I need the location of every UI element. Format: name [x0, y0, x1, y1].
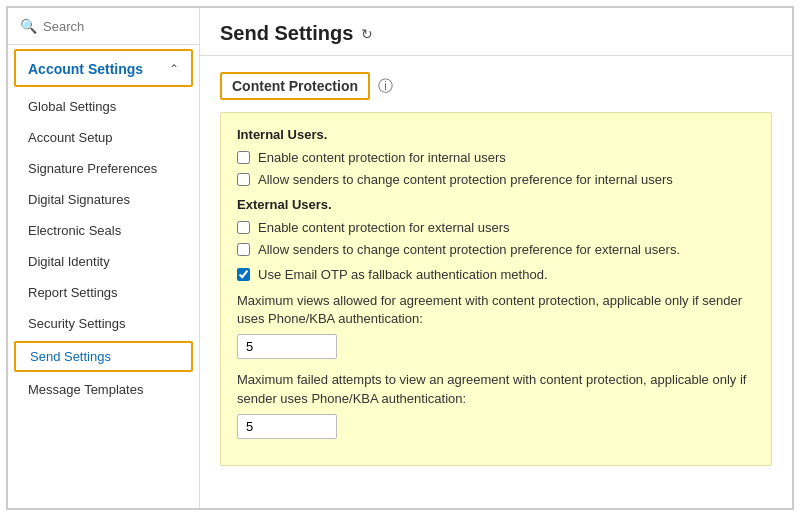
external-users-title: External Users. — [237, 197, 755, 212]
max-views-description: Maximum views allowed for agreement with… — [237, 292, 755, 328]
internal-checkbox-1-label: Enable content protection for internal u… — [258, 150, 506, 165]
sidebar-item-electronic-seals[interactable]: Electronic Seals — [8, 215, 199, 246]
sidebar-item-report-settings[interactable]: Report Settings — [8, 277, 199, 308]
chevron-up-icon: ⌃ — [169, 62, 179, 76]
sidebar-item-send-settings[interactable]: Send Settings — [14, 341, 193, 372]
external-checkbox-2-label: Allow senders to change content protecti… — [258, 242, 680, 257]
main-content: Send Settings ↻ Content Protection ⓘ Int… — [200, 8, 792, 508]
search-bar: 🔍 — [8, 8, 199, 45]
internal-checkbox-2-label: Allow senders to change content protecti… — [258, 172, 673, 187]
internal-checkbox-1-row: Enable content protection for internal u… — [237, 150, 755, 165]
external-checkbox-2[interactable] — [237, 243, 250, 256]
account-settings-header[interactable]: Account Settings ⌃ — [14, 49, 193, 87]
otp-checkbox[interactable] — [237, 268, 250, 281]
sidebar-item-signature-preferences[interactable]: Signature Preferences — [8, 153, 199, 184]
otp-checkbox-label: Use Email OTP as fallback authentication… — [258, 267, 548, 282]
section-title: Content Protection — [220, 72, 370, 100]
sidebar-nav: Global SettingsAccount SetupSignature Pr… — [8, 89, 199, 508]
refresh-icon[interactable]: ↻ — [361, 26, 373, 42]
help-icon[interactable]: ⓘ — [378, 77, 393, 96]
sidebar-item-message-templates[interactable]: Message Templates — [8, 374, 199, 405]
sidebar-item-digital-signatures[interactable]: Digital Signatures — [8, 184, 199, 215]
content-protection-panel: Internal Users. Enable content protectio… — [220, 112, 772, 466]
external-checkbox-1-row: Enable content protection for external u… — [237, 220, 755, 235]
sidebar-item-global-settings[interactable]: Global Settings — [8, 91, 199, 122]
sidebar-item-security-settings[interactable]: Security Settings — [8, 308, 199, 339]
sidebar: 🔍 Account Settings ⌃ Global SettingsAcco… — [8, 8, 200, 508]
sidebar-item-digital-identity[interactable]: Digital Identity — [8, 246, 199, 277]
page-title: Send Settings — [220, 22, 353, 45]
max-failed-description: Maximum failed attempts to view an agree… — [237, 371, 755, 407]
search-input[interactable] — [43, 19, 187, 34]
internal-checkbox-2[interactable] — [237, 173, 250, 186]
external-checkbox-1[interactable] — [237, 221, 250, 234]
page-title-bar: Send Settings ↻ — [200, 8, 792, 56]
external-checkbox-1-label: Enable content protection for external u… — [258, 220, 509, 235]
internal-checkbox-1[interactable] — [237, 151, 250, 164]
otp-checkbox-row: Use Email OTP as fallback authentication… — [237, 267, 755, 282]
max-views-input[interactable] — [237, 334, 337, 359]
account-settings-label: Account Settings — [28, 61, 143, 77]
max-failed-input[interactable] — [237, 414, 337, 439]
internal-checkbox-2-row: Allow senders to change content protecti… — [237, 172, 755, 187]
external-checkbox-2-row: Allow senders to change content protecti… — [237, 242, 755, 257]
internal-users-title: Internal Users. — [237, 127, 755, 142]
content-area: Content Protection ⓘ Internal Users. Ena… — [200, 56, 792, 508]
sidebar-item-account-setup[interactable]: Account Setup — [8, 122, 199, 153]
search-icon: 🔍 — [20, 18, 37, 34]
section-header: Content Protection ⓘ — [220, 72, 772, 100]
